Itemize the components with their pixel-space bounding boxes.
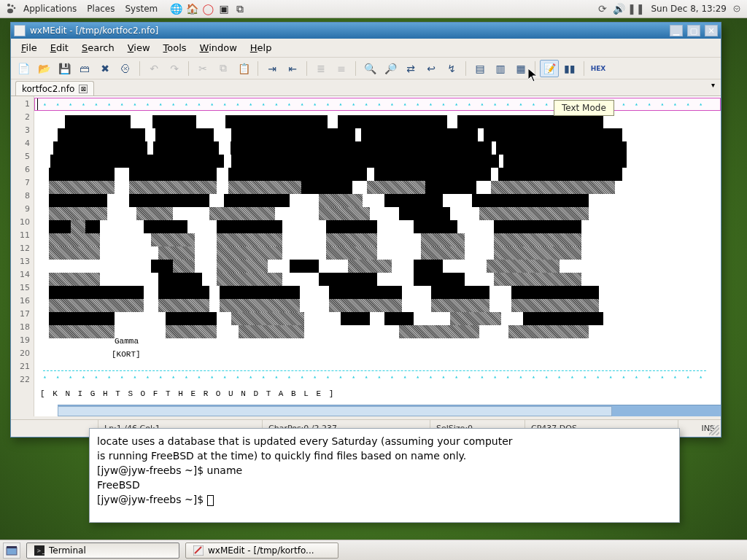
copy-icon[interactable]: ⧉ bbox=[214, 60, 233, 77]
new-file-icon[interactable]: 📄 bbox=[14, 60, 33, 77]
menu-search[interactable]: Search bbox=[76, 40, 120, 55]
taskbar-wxmedit[interactable]: wxMEdit - [/tmp/kortfo... bbox=[185, 542, 338, 559]
wrap-none-icon[interactable]: ▤ bbox=[471, 60, 489, 77]
maximize-button[interactable]: ▢ bbox=[687, 25, 700, 36]
svg-text:＞_: ＞_ bbox=[36, 547, 44, 554]
ascii-art bbox=[43, 115, 627, 338]
goto-icon[interactable]: ↯ bbox=[442, 60, 461, 77]
minimize-button[interactable]: ▁ bbox=[670, 25, 683, 36]
find-icon[interactable]: 🔍 bbox=[360, 60, 379, 77]
terminal-task-icon: ＞_ bbox=[34, 545, 44, 556]
art-label-gamma: Gamma bbox=[115, 337, 139, 346]
menu-edit[interactable]: Edit bbox=[44, 40, 74, 55]
toolbar: 📄 📂 💾 🗃 ✖ ⮾ ↶ ↷ ✂ ⧉ 📋 ⇥ ⇤ ≣ ≡ 🔍 🔎 ⇄ ↩ ↯ … bbox=[11, 58, 721, 79]
svg-rect-6 bbox=[7, 546, 17, 548]
whitespace-marks-bottom: ▴ ▴ ▴ ▴ ▴ ▴ ▴ ▴ ▴ ▴ ▴ ▴ ▴ ▴ ▴ ▴ ▴ ▴ ▴ ▴ … bbox=[43, 373, 706, 380]
menu-help[interactable]: Help bbox=[244, 40, 278, 55]
hex-mode-icon[interactable]: HEX bbox=[589, 60, 608, 77]
taskbar-terminal[interactable]: ＞_ Terminal bbox=[26, 542, 179, 559]
tab-label: kortfoc2.nfo bbox=[22, 84, 74, 94]
svg-rect-5 bbox=[7, 548, 17, 555]
terminal-window: locate uses a database that is updated e… bbox=[89, 428, 680, 523]
menubar: File Edit Search View Tools Window Help bbox=[11, 39, 721, 58]
save-all-icon[interactable]: 🗃 bbox=[75, 60, 94, 77]
show-desktop-button[interactable] bbox=[3, 542, 20, 559]
text-caret bbox=[37, 98, 38, 110]
task-label: wxMEdit - [/tmp/kortfo... bbox=[208, 545, 314, 556]
opera-icon[interactable]: ◯ bbox=[201, 2, 214, 15]
replace-icon[interactable]: ⇄ bbox=[401, 60, 420, 77]
svg-point-1 bbox=[11, 4, 13, 7]
svg-point-2 bbox=[14, 7, 16, 9]
gnome-bottom-panel: ＞_ Terminal wxMEdit - [/tmp/kortfo... bbox=[0, 540, 747, 560]
hscroll-thumb[interactable] bbox=[58, 406, 612, 416]
term-line: locate uses a database that is updated e… bbox=[97, 435, 513, 447]
text-mode-icon[interactable]: 📝 bbox=[540, 60, 559, 77]
panel-expand-icon[interactable] bbox=[731, 3, 743, 15]
status-empty bbox=[11, 420, 98, 437]
applications-menu[interactable]: Applications bbox=[23, 4, 77, 14]
titlebar[interactable]: wxMEdit - [/tmp/kortfoc2.nfo] ▁ ▢ ✕ bbox=[11, 23, 721, 39]
open-file-icon[interactable]: 📂 bbox=[34, 60, 53, 77]
close-all-icon[interactable]: ⮾ bbox=[116, 60, 135, 77]
tab-kortfoc2[interactable]: kortfoc2.nfo ⊠ bbox=[15, 81, 94, 96]
term-prompt: [jyw@jyw-freebs ~]$ bbox=[97, 464, 207, 476]
wrap-window-icon[interactable]: ▥ bbox=[491, 60, 510, 77]
screenshot-icon[interactable]: ▣ bbox=[217, 2, 231, 15]
gnome-foot-icon bbox=[4, 2, 18, 15]
terminal-launcher-icon[interactable]: ⧉ bbox=[233, 2, 247, 15]
menu-window[interactable]: Window bbox=[194, 40, 243, 55]
terminal-body[interactable]: locate uses a database that is updated e… bbox=[90, 429, 679, 513]
tooltip: Text Mode bbox=[554, 100, 614, 116]
system-tray: ⟳ 🔊 ❚❚ Sun Dec 8, 13:29 bbox=[596, 3, 743, 15]
editor-canvas[interactable]: ▴ ▴ ▴ ▴ ▴ ▴ ▴ ▴ ▴ ▴ ▴ ▴ ▴ ▴ ▴ ▴ ▴ ▴ ▴ ▴ … bbox=[34, 96, 721, 416]
comment-icon[interactable]: ≣ bbox=[311, 60, 330, 77]
undo-icon[interactable]: ↶ bbox=[144, 60, 163, 77]
redo-icon[interactable]: ↷ bbox=[165, 60, 184, 77]
column-mode-icon[interactable]: ▮▮ bbox=[560, 60, 579, 77]
tab-strip: kortfoc2.nfo ⊠ ▾ bbox=[11, 79, 721, 96]
resize-grip[interactable] bbox=[709, 425, 719, 435]
paste-icon[interactable]: 📋 bbox=[234, 60, 253, 77]
outdent-icon[interactable]: ⇤ bbox=[283, 60, 302, 77]
cut-icon[interactable]: ✂ bbox=[193, 60, 212, 77]
terminal-cursor bbox=[207, 495, 214, 506]
home-icon[interactable]: 🏠 bbox=[185, 2, 198, 15]
uncomment-icon[interactable]: ≡ bbox=[332, 60, 351, 77]
underline-rule bbox=[43, 370, 706, 371]
network-icon[interactable]: ❚❚ bbox=[630, 3, 642, 15]
quicklaunch: 🌐 🏠 ◯ ▣ ⧉ bbox=[169, 2, 247, 15]
term-cmd: uname bbox=[207, 464, 243, 476]
wxmedit-window: wxMEdit - [/tmp/kortfoc2.nfo] ▁ ▢ ✕ File… bbox=[10, 22, 721, 438]
find-prev-icon[interactable]: ↩ bbox=[422, 60, 441, 77]
save-icon[interactable]: 💾 bbox=[55, 60, 74, 77]
clock[interactable]: Sun Dec 8, 13:29 bbox=[651, 4, 727, 14]
indent-icon[interactable]: ⇥ bbox=[263, 60, 282, 77]
update-icon[interactable]: ⟳ bbox=[596, 3, 608, 15]
svg-point-0 bbox=[7, 4, 10, 7]
editor-hscrollbar[interactable] bbox=[58, 405, 721, 416]
editor: 12345678910111213141516171819202122 ▴ ▴ … bbox=[11, 96, 721, 416]
term-output: FreeBSD bbox=[97, 479, 140, 491]
close-file-icon[interactable]: ✖ bbox=[96, 60, 115, 77]
tab-dropdown-icon[interactable]: ▾ bbox=[711, 81, 715, 89]
app-icon bbox=[14, 25, 26, 36]
svg-point-4 bbox=[734, 6, 740, 12]
find-next-icon[interactable]: 🔎 bbox=[381, 60, 400, 77]
window-title: wxMEdit - [/tmp/kortfoc2.nfo] bbox=[30, 26, 665, 36]
menu-view[interactable]: View bbox=[122, 40, 156, 55]
volume-icon[interactable]: 🔊 bbox=[613, 3, 625, 15]
art-label-kort: [KORT] bbox=[112, 350, 141, 359]
footer-text: [ K N I G H T S O F T H E R O U N D T A … bbox=[40, 389, 335, 398]
tab-close-icon[interactable]: ⊠ bbox=[79, 85, 88, 93]
places-menu[interactable]: Places bbox=[87, 4, 115, 14]
menu-tools[interactable]: Tools bbox=[158, 40, 193, 55]
line-gutter: 12345678910111213141516171819202122 bbox=[11, 96, 34, 416]
wxmedit-task-icon bbox=[193, 545, 204, 556]
menu-file[interactable]: File bbox=[15, 40, 43, 55]
system-menu[interactable]: System bbox=[125, 4, 158, 14]
browser-icon[interactable]: 🌐 bbox=[169, 2, 182, 15]
term-prompt: [jyw@jyw-freebs ~]$ bbox=[97, 494, 207, 505]
close-button[interactable]: ✕ bbox=[705, 25, 718, 36]
wrap-column-icon[interactable]: ▦ bbox=[511, 60, 530, 77]
